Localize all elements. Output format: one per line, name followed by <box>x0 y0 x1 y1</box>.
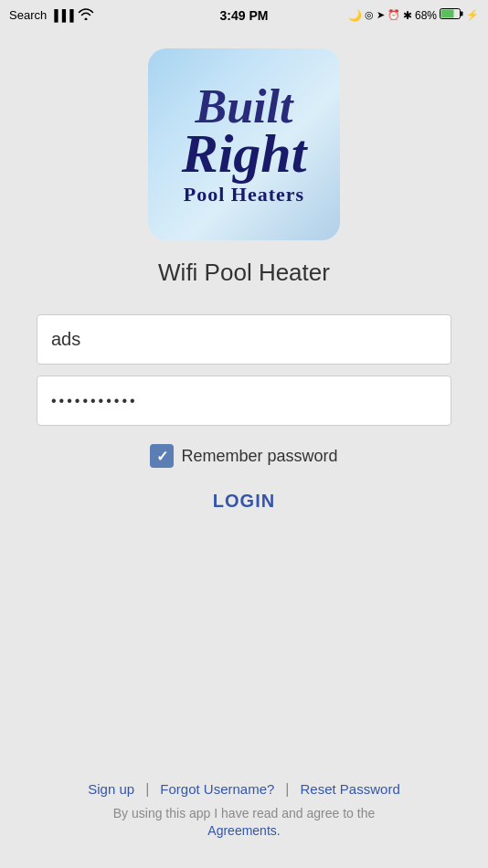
moon-icon: 🌙 <box>348 9 362 22</box>
bluetooth-icon: ✱ <box>403 9 412 22</box>
location-icon: ➤ <box>377 9 385 21</box>
reset-password-link[interactable]: Reset Password <box>290 781 411 797</box>
logo-line2: Right <box>182 126 307 181</box>
remember-label: Remember password <box>181 447 337 466</box>
svg-rect-1 <box>461 12 463 16</box>
main-content: Built Right Pool Heaters Wifi Pool Heate… <box>0 30 488 544</box>
svg-rect-2 <box>441 10 454 18</box>
signup-link[interactable]: Sign up <box>77 781 145 797</box>
status-left: Search ▐▐▐ <box>9 7 94 23</box>
remember-row: ✓ Remember password <box>150 444 337 468</box>
footer: Sign up | Forgot Username? | Reset Passw… <box>0 781 488 841</box>
wifi-icon <box>78 7 94 23</box>
carrier-label: Search <box>9 8 47 22</box>
agreement-text: By using this app I have read and agree … <box>0 805 488 841</box>
app-title: Wifi Pool Heater <box>158 259 330 287</box>
signal-icon: ▐▐▐ <box>50 9 74 22</box>
agreement-prefix: By using this app I have read and agree … <box>113 806 375 820</box>
status-right: 🌙 ◎ ➤ ⏰ ✱ 68% ⚡ <box>348 7 479 23</box>
agreements-link[interactable]: Agreements. <box>207 823 280 838</box>
forgot-username-link[interactable]: Forgot Username? <box>149 781 285 797</box>
app-logo: Built Right Pool Heaters <box>148 48 340 240</box>
compass-icon: ◎ <box>365 9 374 21</box>
login-form <box>37 314 451 437</box>
status-time: 3:49 PM <box>220 8 269 23</box>
login-button[interactable]: LOGIN <box>195 486 293 516</box>
charging-icon: ⚡ <box>466 9 479 21</box>
battery-icon <box>440 7 463 23</box>
battery-percent: 68% <box>415 9 437 22</box>
username-input[interactable] <box>37 314 451 365</box>
password-input[interactable] <box>37 376 451 426</box>
footer-links: Sign up | Forgot Username? | Reset Passw… <box>0 781 488 798</box>
checkmark-icon: ✓ <box>156 448 168 465</box>
status-bar: Search ▐▐▐ 3:49 PM 🌙 ◎ ➤ ⏰ ✱ 68% ⚡ <box>0 0 488 30</box>
remember-checkbox[interactable]: ✓ <box>150 444 174 468</box>
alarm-icon: ⏰ <box>387 9 400 21</box>
logo-line3: Pool Heaters <box>184 183 304 206</box>
